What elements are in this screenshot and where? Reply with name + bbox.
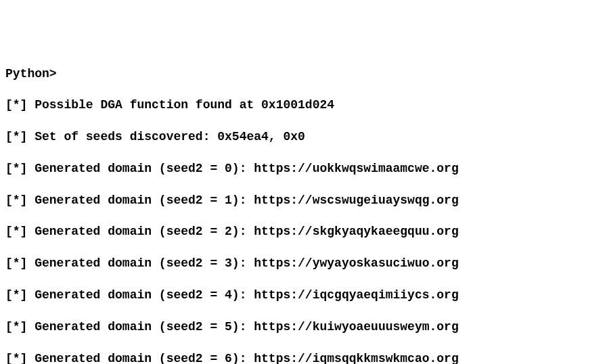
domain-line: [*] Generated domain (seed2 = 0): https:… bbox=[5, 161, 604, 177]
domain-line: [*] Generated domain (seed2 = 5): https:… bbox=[5, 319, 604, 335]
seeds-message: [*] Set of seeds discovered: 0x54ea4, 0x… bbox=[5, 129, 604, 145]
domain-line: [*] Generated domain (seed2 = 4): https:… bbox=[5, 288, 604, 303]
python-prompt[interactable]: Python> bbox=[5, 66, 604, 82]
domain-line: [*] Generated domain (seed2 = 3): https:… bbox=[5, 256, 604, 271]
dga-found-message: [*] Possible DGA function found at 0x100… bbox=[5, 97, 604, 113]
domain-line: [*] Generated domain (seed2 = 1): https:… bbox=[5, 193, 604, 208]
domain-line: [*] Generated domain (seed2 = 6): https:… bbox=[5, 351, 604, 364]
domain-line: [*] Generated domain (seed2 = 2): https:… bbox=[5, 224, 604, 240]
